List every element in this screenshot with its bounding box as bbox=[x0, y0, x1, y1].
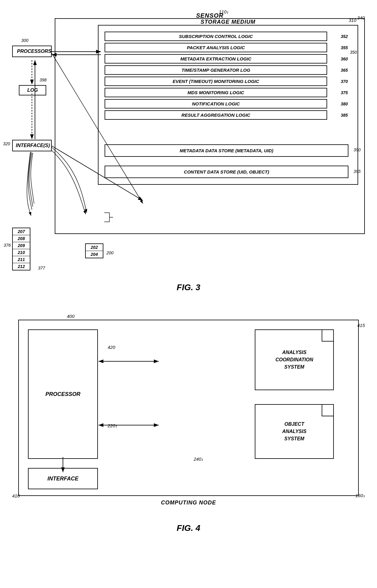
ref-200: 200 bbox=[106, 250, 113, 255]
figure-3: 110₁ 340 310 SENSOR STORAGE MEDIUM SUBSC… bbox=[12, 9, 365, 270]
ref-410: 410 bbox=[12, 493, 20, 498]
logic-item-8: RESULT AGGREGATION LOGIC 385 bbox=[105, 110, 327, 120]
num-202: 202 bbox=[86, 244, 103, 251]
object-analysis-box: OBJECT ANALYSIS SYSTEM bbox=[255, 404, 334, 459]
ref-395: 395 bbox=[354, 169, 361, 174]
ref-370: 370 bbox=[341, 79, 348, 84]
ref-352: 352 bbox=[341, 34, 348, 39]
ref-377: 377 bbox=[38, 266, 45, 270]
storage-medium-box: STORAGE MEDIUM SUBSCRIPTION CONTROL LOGI… bbox=[98, 25, 358, 185]
ref-398: 398 bbox=[40, 77, 47, 82]
ref-220: 220₁ bbox=[108, 423, 117, 428]
num-207: 207 bbox=[13, 228, 30, 235]
num-208: 208 bbox=[13, 235, 30, 242]
logic-item-3: METADATA EXTRACTION LOGIC 360 bbox=[105, 54, 327, 64]
ref-350: 350 bbox=[350, 50, 357, 55]
page: 110₁ 340 310 SENSOR STORAGE MEDIUM SUBSC… bbox=[0, 0, 377, 542]
log-box: LOG bbox=[19, 85, 46, 95]
ref-390: 390 bbox=[354, 147, 361, 152]
num-list-right: 202 204 bbox=[85, 243, 103, 258]
ref-365: 365 bbox=[341, 68, 348, 73]
logic-item-7: NOTIFICATION LOGIC 380 bbox=[105, 99, 327, 108]
computing-node-box: COMPUTING NODE PROCESSOR ANALYSIS COORDI… bbox=[18, 320, 359, 496]
ref-420: 420 bbox=[108, 345, 115, 350]
sensor-label: SENSOR bbox=[196, 12, 223, 19]
logic-item-5: EVENT (TIMEOUT) MONITORING LOGIC 370 bbox=[105, 77, 327, 86]
figure-4: 400 415 COMPUTING NODE PROCESSOR ANALYSI… bbox=[12, 304, 365, 511]
ref-320: 320 bbox=[3, 141, 10, 146]
ref-376: 376 bbox=[4, 243, 11, 248]
num-210: 210 bbox=[13, 249, 30, 256]
logic-item-6: MDS MONITORING LOGIC 375 bbox=[105, 88, 327, 97]
logic-stack: SUBSCRIPTION CONTROL LOGIC 352 PACKET AN… bbox=[105, 32, 327, 120]
inner-box-1 bbox=[322, 329, 334, 342]
num-list-left: 207 208 209 210 211 212 bbox=[12, 228, 30, 270]
ref-375: 375 bbox=[341, 90, 348, 95]
storage-label: STORAGE MEDIUM bbox=[201, 19, 256, 25]
interface-box: INTERFACE(S) bbox=[12, 140, 52, 151]
analysis-coord-box: ANALYSIS COORDINATION SYSTEM bbox=[255, 329, 334, 390]
num-204: 204 bbox=[86, 251, 103, 258]
num-212: 212 bbox=[13, 263, 30, 270]
inner-box-2 bbox=[322, 404, 334, 416]
ref-355: 355 bbox=[341, 45, 348, 50]
logic-item-1: SUBSCRIPTION CONTROL LOGIC 352 bbox=[105, 32, 327, 41]
fig4-caption: FIG. 4 bbox=[177, 523, 200, 533]
ref-240: 240₁ bbox=[194, 456, 203, 462]
ref-160: 160₁ bbox=[355, 493, 365, 498]
content-store-box: CONTENT DATA STORE (UID, OBJECT) bbox=[105, 166, 348, 178]
logic-item-4: TIME/STAMP GENERATOR LOG 365 bbox=[105, 65, 327, 75]
logic-item-2: PACKET ANALYSIS LOGIC 355 bbox=[105, 43, 327, 52]
ref-385: 385 bbox=[341, 113, 348, 118]
num-211: 211 bbox=[13, 256, 30, 263]
fig3-caption: FIG. 3 bbox=[177, 283, 200, 292]
ref-300: 300 bbox=[21, 38, 28, 43]
num-209: 209 bbox=[13, 242, 30, 249]
processor-box: PROCESSOR bbox=[28, 329, 98, 459]
ref-400: 400 bbox=[67, 314, 74, 319]
meta-store-box: METADATA DATA STORE (METADATA, UID) bbox=[105, 144, 348, 157]
sensor-box: SENSOR STORAGE MEDIUM SUBSCRIPTION CONTR… bbox=[55, 18, 365, 234]
ref-360: 360 bbox=[341, 57, 348, 61]
processors-box: PROCESSORS bbox=[12, 46, 52, 57]
computing-node-label: COMPUTING NODE bbox=[161, 500, 216, 506]
interface-box-f4: INTERFACE bbox=[28, 468, 98, 489]
ref-380: 380 bbox=[341, 101, 348, 106]
